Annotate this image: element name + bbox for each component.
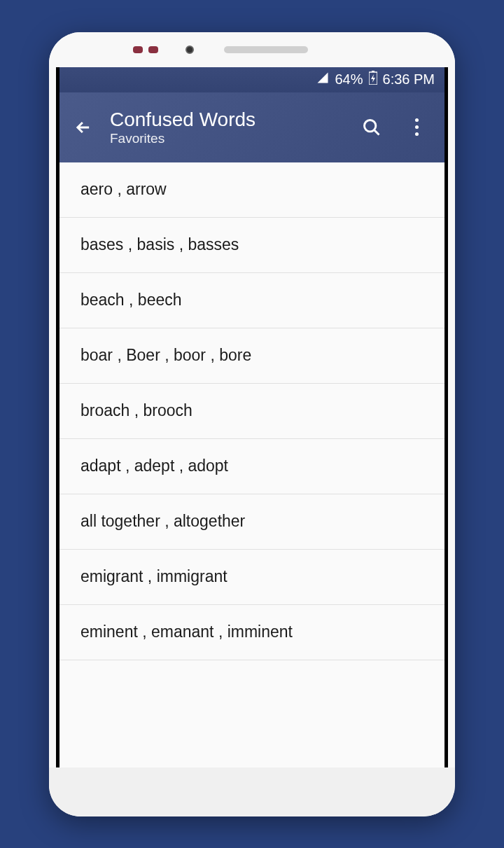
list-item[interactable]: all together , altogether <box>59 494 444 550</box>
favorites-list[interactable]: aero , arrow bases , basis , basses beac… <box>59 162 444 767</box>
list-item[interactable]: aero , arrow <box>59 162 444 218</box>
status-bar: 64% 6:36 PM <box>59 67 444 92</box>
screen: 64% 6:36 PM Confused Words Favorites <box>56 67 448 767</box>
list-item-label: eminent , emanant , imminent <box>80 623 293 641</box>
list-item[interactable]: broach , brooch <box>59 384 444 439</box>
list-item-label: aero , arrow <box>80 180 167 199</box>
search-button[interactable] <box>358 118 386 137</box>
list-item[interactable]: eminent , emanant , imminent <box>59 605 444 660</box>
title-group: Confused Words Favorites <box>110 109 341 146</box>
app-bar: Confused Words Favorites <box>59 92 444 162</box>
battery-charging-icon <box>369 71 377 88</box>
list-item-label: emigrant , immigrant <box>80 567 227 586</box>
signal-icon <box>316 71 329 88</box>
list-item[interactable]: beach , beech <box>59 273 444 328</box>
list-item[interactable]: bases , basis , basses <box>59 218 444 273</box>
front-camera <box>186 46 194 54</box>
list-item[interactable]: adapt , adept , adopt <box>59 439 444 494</box>
list-item[interactable]: boar , Boer , boor , bore <box>59 328 444 384</box>
list-item[interactable]: emigrant , immigrant <box>59 550 444 605</box>
back-button[interactable] <box>74 118 93 137</box>
more-options-button[interactable] <box>402 118 430 136</box>
app-subtitle: Favorites <box>110 131 341 146</box>
status-time: 6:36 PM <box>383 71 435 88</box>
battery-percent: 64% <box>335 71 363 88</box>
svg-rect-1 <box>372 71 374 72</box>
list-item-label: all together , altogether <box>80 512 245 531</box>
more-vert-icon <box>415 118 419 136</box>
sensors <box>133 46 158 53</box>
phone-bottom-bezel <box>49 767 455 816</box>
phone-top-bezel <box>49 32 455 67</box>
list-item-label: bases , basis , basses <box>80 235 239 254</box>
app-title: Confused Words <box>110 109 341 131</box>
speaker-grille <box>224 46 308 53</box>
list-item-label: broach , brooch <box>80 401 192 420</box>
svg-point-2 <box>365 120 376 131</box>
list-item-label: beach , beech <box>80 291 182 310</box>
list-item-label: adapt , adept , adopt <box>80 457 228 475</box>
phone-frame: 64% 6:36 PM Confused Words Favorites <box>49 32 455 816</box>
list-item-label: boar , Boer , boor , bore <box>80 346 251 365</box>
